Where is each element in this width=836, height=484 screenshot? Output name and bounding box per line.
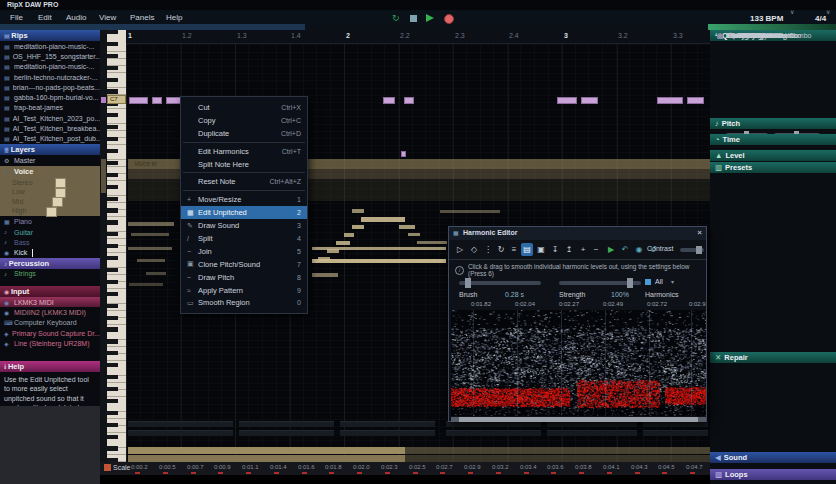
context-menu-item[interactable]: Cut Ctrl+X <box>181 101 307 114</box>
level-section-header[interactable]: ▲Level <box>710 150 836 161</box>
input-section-header[interactable]: ◉ Input <box>0 286 100 297</box>
pitch-trace[interactable] <box>408 233 420 236</box>
midi-note[interactable] <box>152 97 162 104</box>
menubar-item[interactable]: Audio <box>66 13 86 22</box>
context-menu-item[interactable]: Copy Ctrl+C <box>181 114 307 127</box>
layer-item-percussion[interactable]: ♪ Percussion <box>0 258 100 269</box>
he-tool-icon[interactable]: ▤ <box>521 243 533 256</box>
brush-slider-handle[interactable] <box>465 278 471 288</box>
he-tool-icon[interactable]: + <box>577 243 589 256</box>
midi-note[interactable] <box>687 97 704 104</box>
drum-lane-bar[interactable] <box>547 430 637 436</box>
context-menu-item[interactable]: ▣ Clone Pitch/Sound 7 <box>181 258 307 271</box>
pitch-trace[interactable] <box>312 259 446 263</box>
pitch-trace[interactable] <box>440 210 500 213</box>
pitch-trace[interactable] <box>352 209 364 213</box>
he-tool-icon[interactable]: ↻ <box>495 243 507 256</box>
audio-region-bar[interactable] <box>405 455 710 462</box>
time-signature-display[interactable]: 4/4 <box>815 14 826 23</box>
rip-file-item[interactable]: ▤AI_Test_Kitchen_2023_po... <box>0 113 100 123</box>
voice-layer-group[interactable]: ♪Voice StereoLowMidHigh <box>0 166 100 215</box>
harmonic-editor-titlebar[interactable]: ▦ Harmonic Editor × <box>449 227 706 240</box>
pitch-trace[interactable] <box>129 283 163 286</box>
layer-item[interactable]: ▦Piano <box>0 217 100 227</box>
midi-note[interactable] <box>581 97 598 104</box>
midi-note[interactable] <box>401 151 406 157</box>
he-tool-icon[interactable]: ↧ <box>549 243 561 256</box>
context-menu-item[interactable]: Split Note Here <box>181 158 307 171</box>
strength-slider[interactable] <box>559 281 641 285</box>
contrast-slider-handle[interactable] <box>696 246 702 254</box>
close-icon[interactable]: × <box>697 228 702 237</box>
input-device-item[interactable]: ◈Primary Sound Capture Dr... <box>0 328 100 338</box>
pitch-trace[interactable] <box>336 241 350 245</box>
voice-sub-channel[interactable]: Low <box>0 187 100 197</box>
stop-button[interactable] <box>410 15 417 22</box>
loops-section-header[interactable]: ▥Loops <box>710 469 836 480</box>
input-device-item[interactable]: ◈Line (Steinberg UR28M) <box>0 338 100 348</box>
bpm-spinner-icon[interactable]: ∨ <box>790 8 794 15</box>
time-signature-spinner-icon[interactable]: ∨ <box>826 8 830 15</box>
repair-item[interactable]: ⊥Fundamental Level <box>710 30 836 40</box>
voice-sub-channel[interactable]: Stereo <box>0 177 100 187</box>
time-section-header[interactable]: ◔Time <box>710 134 836 145</box>
sound-section-header[interactable]: ◀Sound <box>710 452 836 463</box>
layer-item[interactable]: ♪Bass <box>0 237 100 247</box>
input-device-item[interactable]: ◉MIDIIN2 (LKMK3 MIDI) <box>0 307 100 317</box>
layer-item-voice[interactable]: ♪Voice <box>0 166 100 177</box>
audio-region-bar[interactable] <box>128 447 405 454</box>
context-menu-item[interactable]: ≈ Apply Pattern 9 <box>181 284 307 297</box>
bpm-display[interactable]: 133 BPM <box>750 14 783 23</box>
record-button[interactable] <box>444 14 454 24</box>
menubar-item[interactable]: Edit <box>38 13 52 22</box>
play-button[interactable] <box>426 14 434 22</box>
layer-item[interactable]: ◉Kick <box>0 248 100 258</box>
contrast-slider[interactable] <box>680 248 704 252</box>
context-menu-item[interactable]: ▭ Smooth Region 0 <box>181 296 307 309</box>
pitch-trace[interactable] <box>344 233 354 237</box>
menubar-item[interactable]: Help <box>166 13 182 22</box>
he-tool-icon[interactable]: ↶ <box>619 243 631 256</box>
context-menu-item[interactable]: Duplicate Ctrl+D <box>181 127 307 140</box>
audio-region-bar[interactable] <box>405 447 710 454</box>
channel-slider[interactable] <box>46 207 57 217</box>
audio-region-bar[interactable] <box>128 455 405 462</box>
harmonics-dropdown[interactable]: All <box>655 278 663 285</box>
rip-file-item[interactable]: ▤trap-beat-james <box>0 103 100 113</box>
context-menu-item[interactable]: ▦ Edit Unpitched 2 <box>181 206 307 219</box>
context-menu-item[interactable]: / Split 4 <box>181 232 307 245</box>
context-menu-item[interactable]: − Join 5 <box>181 245 307 258</box>
context-menu-item[interactable]: ✎ Draw Sound 3 <box>181 219 307 232</box>
drum-lane-bar[interactable] <box>239 430 334 436</box>
drum-lane-bar[interactable] <box>128 430 233 436</box>
pitch-trace[interactable] <box>137 259 165 262</box>
he-tool-icon[interactable]: ◉ <box>633 243 645 256</box>
layer-item[interactable]: ♪Guitar <box>0 227 100 237</box>
context-menu-item[interactable]: Reset Note Ctrl+Alt+Z <box>181 175 307 188</box>
he-tool-icon[interactable]: ≡ <box>508 243 520 256</box>
rip-file-item[interactable]: ▤OS_HHF_155_songstarter... <box>0 51 100 61</box>
drum-lane-bar[interactable] <box>239 421 334 427</box>
rips-section-header[interactable]: ▤ Rips <box>0 30 100 41</box>
context-menu-item[interactable]: ~ Draw Pitch 8 <box>181 271 307 284</box>
pitch-trace[interactable] <box>128 247 172 250</box>
he-tool-icon[interactable]: ▣ <box>535 243 547 256</box>
rip-file-item[interactable]: ▤brian---no-pads-pop-beats... <box>0 82 100 92</box>
voice-sub-channel[interactable]: High <box>0 206 100 216</box>
drum-lane-bar[interactable] <box>128 421 233 427</box>
harmonic-spectrogram[interactable] <box>451 310 706 416</box>
pitch-trace[interactable] <box>128 222 174 226</box>
rip-file-item[interactable]: ▤meditation-piano-music-... <box>0 41 100 51</box>
layer-item-strings[interactable]: ♪Strings <box>0 269 100 279</box>
rip-file-item[interactable]: ▤berlin-techno-nutcracker-... <box>0 72 100 82</box>
pitch-section-header[interactable]: ♪Pitch <box>710 118 836 129</box>
drum-lane-bar[interactable] <box>340 430 435 436</box>
brush-slider[interactable] <box>459 281 541 285</box>
pitch-trace[interactable] <box>361 217 405 222</box>
repair-section-header[interactable]: ✕Repair <box>710 352 836 363</box>
he-tool-icon[interactable]: ⋮ <box>482 243 494 256</box>
he-tool-icon[interactable]: ▷ <box>454 243 466 256</box>
pitch-trace[interactable] <box>146 272 166 275</box>
rip-file-item[interactable]: ▤gabba-160-bpm-burial-vo... <box>0 92 100 102</box>
drum-lane-bar[interactable] <box>340 421 435 427</box>
